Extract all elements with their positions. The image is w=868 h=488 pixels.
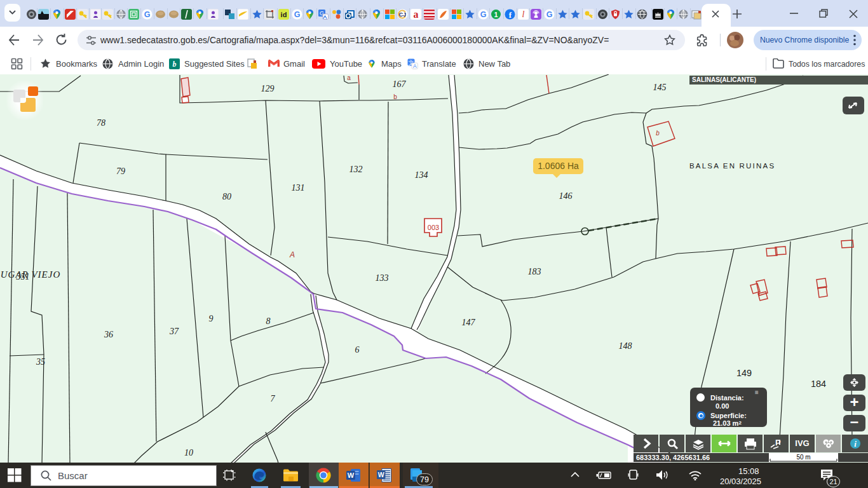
svg-text:a: a xyxy=(347,74,351,81)
svg-text:129: 129 xyxy=(261,84,275,93)
svg-text:G: G xyxy=(144,10,151,19)
svg-text:149: 149 xyxy=(736,368,752,378)
svg-text:145: 145 xyxy=(653,83,667,92)
svg-text:37: 37 xyxy=(169,327,179,336)
svg-text:1: 1 xyxy=(494,11,498,18)
svg-text:167: 167 xyxy=(393,79,407,89)
svg-text:A: A xyxy=(413,63,417,69)
svg-text:146: 146 xyxy=(559,191,573,201)
svg-text:132: 132 xyxy=(349,165,363,174)
svg-text:b: b xyxy=(656,130,660,137)
svg-text:W: W xyxy=(378,471,384,478)
svg-text:147: 147 xyxy=(462,318,476,327)
svg-text:8: 8 xyxy=(266,316,271,326)
svg-text:7: 7 xyxy=(271,394,276,403)
svg-text:184: 184 xyxy=(811,379,826,389)
svg-text:CJ: CJ xyxy=(399,11,407,18)
svg-text:6: 6 xyxy=(355,345,360,355)
svg-text:183: 183 xyxy=(528,267,541,276)
svg-text:a: a xyxy=(414,9,419,20)
svg-text:b: b xyxy=(173,60,177,69)
svg-text:BALSA EN RUINAS: BALSA EN RUINAS xyxy=(689,162,775,170)
svg-text:G: G xyxy=(294,10,301,19)
svg-text:UGAR VIEJO: UGAR VIEJO xyxy=(1,269,61,280)
svg-text:133: 133 xyxy=(376,273,389,283)
svg-text:b: b xyxy=(393,93,397,100)
svg-text:W: W xyxy=(348,471,355,479)
svg-text:G: G xyxy=(546,10,553,19)
svg-text:131: 131 xyxy=(292,183,305,193)
svg-text:148: 148 xyxy=(619,341,632,351)
svg-text:003: 003 xyxy=(428,224,439,231)
svg-text:A: A xyxy=(289,250,295,259)
svg-text:35: 35 xyxy=(36,357,45,367)
svg-text:80: 80 xyxy=(222,192,231,201)
svg-text:9: 9 xyxy=(209,314,214,323)
svg-text:10: 10 xyxy=(184,448,193,458)
svg-text:l: l xyxy=(522,10,525,19)
svg-text:36: 36 xyxy=(104,330,113,339)
svg-text:78: 78 xyxy=(97,118,105,128)
svg-text:134: 134 xyxy=(415,170,428,180)
svg-text:79: 79 xyxy=(116,166,125,176)
svg-text:G: G xyxy=(480,10,487,19)
svg-text:i: i xyxy=(854,439,857,449)
svg-text:id: id xyxy=(281,11,287,18)
svg-text:f: f xyxy=(509,10,512,20)
